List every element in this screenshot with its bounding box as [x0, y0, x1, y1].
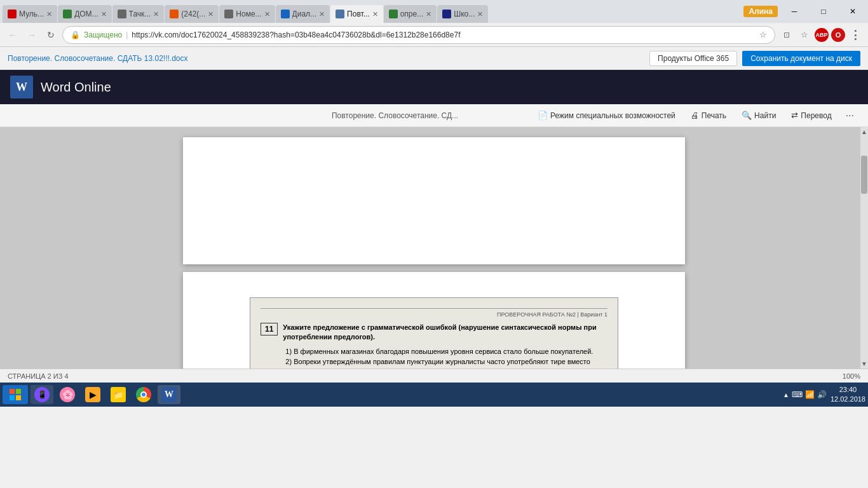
window-controls-area: Алина ─ □ ✕	[741, 0, 868, 23]
word-header: W Word Online	[0, 70, 868, 104]
taskbar-viber[interactable]: 📱	[31, 385, 53, 404]
doc-notification-bar: Повторение. Словосочетание. СДАТЬ 13.02!…	[0, 47, 868, 70]
security-label: Защищено	[84, 30, 122, 39]
close-button[interactable]: ✕	[840, 3, 865, 20]
tab-close-icon[interactable]: ✕	[319, 10, 325, 18]
start-button[interactable]	[3, 385, 28, 404]
volume-icon[interactable]: 🔊	[817, 390, 827, 399]
tab-close-icon[interactable]: ✕	[153, 10, 159, 18]
tab-label: Шко...	[454, 10, 475, 18]
tab-favicon	[389, 10, 398, 18]
taskbar-date-text: 12.02.2018	[831, 395, 865, 404]
taskbar-media[interactable]: ▶	[81, 385, 104, 404]
document-image: ПРОВЕРОЧНАЯ РАБОТА №2 | Вариант 1 11 Ука…	[250, 297, 618, 369]
scrollbar-right[interactable]: ▲ ▼	[860, 127, 868, 369]
svg-rect-2	[10, 395, 15, 400]
zoom-level: 100%	[843, 372, 860, 380]
tab-favicon	[281, 10, 290, 18]
tab-close-icon[interactable]: ✕	[372, 10, 378, 18]
tab-tab-5[interactable]: Номе... ✕	[219, 5, 275, 23]
taskbar-chrome[interactable]	[132, 385, 155, 404]
svg-rect-1	[16, 389, 21, 394]
page-main: ПРОВЕРОЧНАЯ РАБОТА №2 | Вариант 1 11 Ука…	[183, 272, 685, 369]
forward-button[interactable]: →	[24, 27, 39, 43]
reload-button[interactable]: ↻	[43, 27, 58, 43]
question-number: 11	[261, 323, 278, 336]
toolbar: Повторение. Словосочетание. СД... 📄 Режи…	[0, 104, 868, 127]
tab-favicon	[442, 10, 451, 18]
scroll-down-arrow[interactable]: ▼	[860, 359, 868, 369]
star-icon[interactable]: ☆	[759, 30, 767, 39]
accessibility-button[interactable]: 📄 Режим специальных возможностей	[532, 108, 681, 123]
taskbar-flower[interactable]: 🌸	[56, 385, 79, 404]
tab-tab-1[interactable]: Муль... ✕	[3, 5, 57, 23]
answer-item-2: 2) Вопреки утверждённым правилам пунктуа…	[285, 356, 607, 369]
find-label: Найти	[754, 111, 776, 120]
question-title: Укажите предложение с грамматической оши…	[283, 323, 596, 341]
taskbar-files[interactable]: 📁	[107, 385, 130, 404]
scroll-up-arrow[interactable]: ▲	[860, 127, 868, 137]
network-icon: 📶	[805, 390, 815, 399]
tab-label: Диал...	[292, 10, 317, 18]
tab-tab-8[interactable]: опре... ✕	[384, 5, 437, 23]
more-options-button[interactable]: ···	[842, 109, 858, 123]
tab-close-icon[interactable]: ✕	[208, 10, 214, 18]
separator: |	[126, 30, 128, 39]
tab-close-icon[interactable]: ✕	[426, 10, 431, 18]
tab-close-icon[interactable]: ✕	[101, 10, 107, 18]
taskbar-time-text: 23:40	[831, 385, 865, 395]
keyboard-icon: ⌨	[792, 390, 803, 399]
tab-tab-6[interactable]: Диал... ✕	[276, 5, 330, 23]
taskbar-right: ▲ ⌨ 📶 🔊 23:40 12.02.2018	[783, 385, 865, 405]
tab-tab-2[interactable]: ДОМ... ✕	[58, 5, 111, 23]
address-input[interactable]: 🔒 Защищено | https://vk.com/doc17620024_…	[62, 26, 775, 44]
toolbar-doc-name: Повторение. Словосочетание. СД...	[268, 111, 522, 120]
sys-tray: ▲ ⌨ 📶 🔊	[783, 390, 827, 399]
tab-favicon	[8, 10, 17, 18]
minimize-button[interactable]: ─	[782, 3, 807, 20]
star-btn[interactable]: ☆	[797, 27, 812, 43]
page-top	[183, 137, 685, 264]
tab-tab-3[interactable]: Тачк... ✕	[112, 5, 165, 23]
word-title: Word Online	[41, 80, 111, 95]
browser-action-1[interactable]: ⊡	[779, 27, 794, 43]
windows-logo	[9, 388, 22, 401]
tab-favicon	[170, 10, 179, 18]
question-content: Укажите предложение с грамматической оши…	[283, 323, 607, 369]
save-to-disk-button[interactable]: Сохранить документ на диск	[742, 51, 860, 66]
opera-button[interactable]: O	[831, 28, 845, 42]
menu-button[interactable]: ⋮	[848, 27, 863, 43]
doc-bar-actions: Продукты Office 365 Сохранить документ н…	[649, 51, 860, 66]
tab-label: Номе...	[236, 10, 261, 18]
tab-tab-7[interactable]: Повт... ✕	[330, 5, 383, 23]
tab-label: Муль...	[19, 10, 44, 18]
find-icon: 🔍	[742, 111, 752, 120]
translate-icon: ⇄	[791, 111, 798, 120]
tab-close-icon[interactable]: ✕	[477, 10, 483, 18]
print-button[interactable]: 🖨 Печать	[686, 108, 731, 123]
back-button[interactable]: ←	[5, 27, 20, 43]
url-text: https://vk.com/doc17620024_458839238?has…	[132, 30, 756, 39]
translate-button[interactable]: ⇄ Перевод	[786, 108, 836, 123]
lock-icon: 🔒	[71, 30, 80, 39]
maximize-button[interactable]: □	[811, 3, 836, 20]
tray-arrow[interactable]: ▲	[783, 391, 789, 398]
question-block: 11 Укажите предложение с грамматической …	[261, 323, 607, 369]
tab-favicon	[63, 10, 72, 18]
print-icon: 🖨	[691, 111, 699, 120]
taskbar: 📱 🌸 ▶ 📁 W ▲ ⌨ 📶 🔊 23:40 12.02.2018	[0, 383, 868, 407]
abp-button[interactable]: ABP	[815, 28, 829, 42]
word-logo: W	[10, 76, 33, 98]
tab-close-icon[interactable]: ✕	[264, 10, 270, 18]
find-button[interactable]: 🔍 Найти	[736, 108, 781, 123]
taskbar-clock: 23:40 12.02.2018	[831, 385, 865, 405]
tab-tab-4[interactable]: (242(... ✕	[165, 5, 219, 23]
user-badge[interactable]: Алина	[743, 6, 778, 17]
translate-label: Перевод	[801, 111, 831, 120]
accessibility-label: Режим специальных возможностей	[550, 111, 675, 120]
products-button[interactable]: Продукты Office 365	[649, 51, 737, 66]
tab-close-icon[interactable]: ✕	[46, 10, 52, 18]
scrollbar-thumb[interactable]	[861, 156, 867, 194]
tab-tab-9[interactable]: Шко... ✕	[437, 5, 488, 23]
taskbar-word[interactable]: W	[158, 385, 180, 404]
